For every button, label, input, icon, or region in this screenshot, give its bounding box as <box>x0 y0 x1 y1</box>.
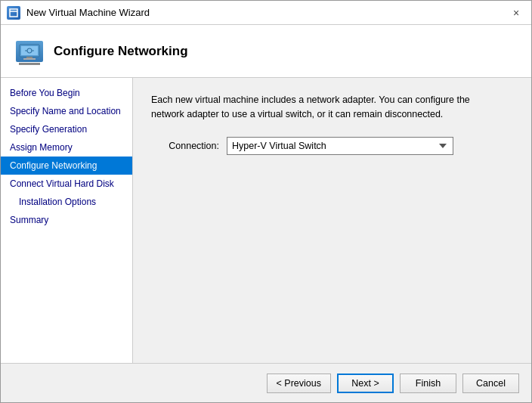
close-button[interactable]: × <box>507 4 525 22</box>
sidebar-item-installation-options[interactable]: Installation Options <box>1 193 132 211</box>
sidebar: Before You Begin Specify Name and Locati… <box>1 78 133 363</box>
sidebar-item-assign-memory[interactable]: Assign Memory <box>1 138 132 157</box>
sidebar-item-specify-name[interactable]: Specify Name and Location <box>1 102 132 120</box>
sidebar-item-specify-generation[interactable]: Specify Generation <box>1 120 132 138</box>
title-bar: New Virtual Machine Wizard × <box>1 1 531 25</box>
svg-rect-0 <box>10 9 17 17</box>
window-icon <box>7 6 20 20</box>
finish-button[interactable]: Finish <box>400 374 456 393</box>
description-text: Each new virtual machine includes a netw… <box>151 93 499 122</box>
main-content: Each new virtual machine includes a netw… <box>133 78 531 363</box>
svg-rect-5 <box>23 58 36 60</box>
next-button[interactable]: Next > <box>337 374 394 393</box>
wizard-window: New Virtual Machine Wizard × Configure N… <box>0 0 532 403</box>
content-area: Before You Begin Specify Name and Locati… <box>1 78 531 363</box>
window-title: New Virtual Machine Wizard <box>26 7 507 18</box>
sidebar-item-before-you-begin[interactable]: Before You Begin <box>1 84 132 102</box>
connection-form-row: Connection: Hyper-V Virtual Switch Not C… <box>151 137 513 155</box>
networking-icon <box>16 41 43 62</box>
wizard-footer: < Previous Next > Finish Cancel <box>1 363 531 402</box>
sidebar-item-connect-vhd[interactable]: Connect Virtual Hard Disk <box>1 175 132 193</box>
svg-rect-3 <box>21 46 38 55</box>
sidebar-item-configure-networking[interactable]: Configure Networking <box>1 157 132 175</box>
connection-label: Connection: <box>151 141 219 151</box>
sidebar-item-summary[interactable]: Summary <box>1 211 132 229</box>
connection-select[interactable]: Hyper-V Virtual Switch Not Connected <box>227 137 453 155</box>
previous-button[interactable]: < Previous <box>267 374 331 393</box>
page-title: Configure Networking <box>54 44 188 59</box>
cancel-button[interactable]: Cancel <box>462 374 519 393</box>
wizard-header: Configure Networking <box>1 25 531 78</box>
